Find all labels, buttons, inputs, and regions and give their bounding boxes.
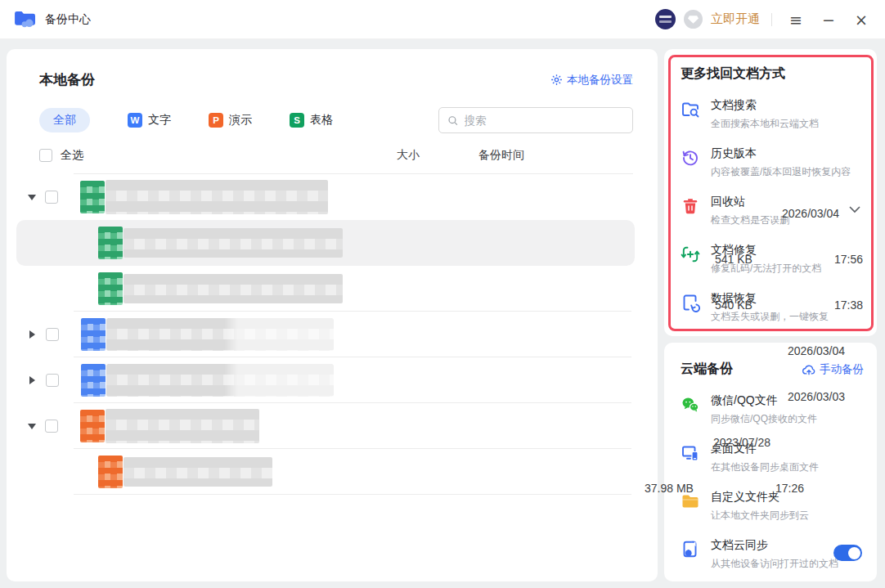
history-clock-icon <box>681 148 700 168</box>
file-name-redacted <box>106 318 334 351</box>
table-row[interactable]: 2026/03/03 <box>25 357 633 403</box>
file-icon <box>81 318 106 351</box>
annotation-highlight-box <box>668 55 874 331</box>
file-icon <box>81 364 106 397</box>
column-size: 大小 <box>397 148 420 163</box>
table-row[interactable]: 540 KB 17:38 <box>25 266 633 312</box>
chevron-down-icon[interactable] <box>849 203 860 216</box>
sidebar-item-doc-cloud-sync[interactable]: 文档云同步 从其他设备访问打开过的文档 <box>681 538 864 571</box>
expand-icon[interactable] <box>29 376 35 384</box>
tab-word[interactable]: W 文字 <box>128 113 171 128</box>
item-desc: 同步微信/QQ接收的文件 <box>711 412 817 426</box>
file-name-redacted <box>124 228 343 258</box>
item-desc: 让本地文件夹同步到云 <box>711 509 809 523</box>
item-desc: 文档丢失或误删，一键恢复 <box>711 310 829 324</box>
backup-time: 17:56 <box>834 253 863 266</box>
table-row[interactable]: 2023/07/28 <box>25 403 633 449</box>
item-label: 历史版本 <box>711 146 851 161</box>
search-box[interactable] <box>438 107 633 133</box>
item-desc: 检查文档是否误删 <box>711 213 789 227</box>
backup-date: 2026/03/04 <box>788 344 845 357</box>
file-icon <box>98 227 123 259</box>
column-time: 备份时间 <box>478 148 524 163</box>
tab-spreadsheet[interactable]: S 表格 <box>290 113 333 128</box>
ppt-icon: P <box>209 113 223 128</box>
avatar[interactable] <box>655 9 676 29</box>
titlebar: 备份中心 立即开通 ≡ − × <box>0 0 885 39</box>
folder-search-icon <box>681 100 700 119</box>
item-label: 回收站 <box>711 195 789 209</box>
local-backup-panel: 本地备份 本地备份设置 全部 W 文字 P 演示 <box>7 49 658 581</box>
manual-backup-label: 手动备份 <box>820 362 864 377</box>
trash-icon <box>681 196 700 216</box>
table-row[interactable]: 2026/03/04 <box>25 174 633 220</box>
select-all-checkbox[interactable] <box>39 149 52 162</box>
file-icon <box>80 410 105 442</box>
expand-icon[interactable] <box>29 330 35 339</box>
tab-label: 演示 <box>229 113 252 128</box>
cloud-panel-title: 云端备份 <box>681 361 733 378</box>
item-desc: 在其他设备同步桌面文件 <box>711 460 819 474</box>
table-row[interactable]: 541 KB 17:56 <box>25 220 633 266</box>
sidebar-item-custom-folder[interactable]: 自定义文件夹 让本地文件夹同步到云 <box>681 490 864 523</box>
backup-date: 2026/03/03 <box>788 390 845 403</box>
table-row[interactable]: 37.98 MB 17:26 <box>25 449 633 495</box>
membership-icon[interactable] <box>684 10 703 29</box>
manual-backup-link[interactable]: 手动备份 <box>802 362 864 377</box>
sheet-icon: S <box>290 113 304 128</box>
item-desc: 从其他设备访问打开过的文档 <box>711 557 838 571</box>
backup-time: 17:38 <box>834 298 863 312</box>
upgrade-link[interactable]: 立即开通 <box>711 11 760 27</box>
app-logo-icon <box>15 10 37 29</box>
row-checkbox[interactable] <box>46 328 59 341</box>
file-icon <box>80 181 105 213</box>
minimize-icon[interactable]: − <box>816 7 841 32</box>
page-title: 本地备份 <box>39 70 95 89</box>
row-checkbox[interactable] <box>45 420 58 433</box>
row-checkbox[interactable] <box>46 374 59 387</box>
divider <box>771 13 772 26</box>
data-recovery-icon <box>681 293 700 312</box>
backup-time: 17:26 <box>775 482 804 495</box>
sidebar-item-doc-search[interactable]: 文档搜索 全面搜索本地和云端文档 <box>681 98 864 131</box>
item-desc: 全面搜索本地和云端文档 <box>711 117 819 131</box>
backup-date: 2023/07/28 <box>713 436 770 449</box>
menu-icon[interactable]: ≡ <box>784 7 808 32</box>
tab-all[interactable]: 全部 <box>39 108 90 132</box>
table-header: 全选 大小 备份时间 <box>25 137 633 174</box>
cloud-backup-panel: 云端备份 手动备份 <box>664 343 877 581</box>
file-name-redacted <box>106 364 334 397</box>
file-name-redacted <box>106 180 328 214</box>
file-name-redacted <box>106 409 259 443</box>
search-input[interactable] <box>465 114 624 127</box>
file-icon <box>98 272 123 305</box>
file-icon <box>98 456 123 488</box>
row-checkbox[interactable] <box>45 191 58 204</box>
cloud-upload-icon <box>802 364 815 375</box>
item-desc: 内容被覆盖/版本回退时恢复内容 <box>711 165 851 179</box>
file-size: 540 KB <box>715 298 752 312</box>
backup-date: 2026/03/04 <box>782 207 839 220</box>
wechat-icon <box>681 395 700 415</box>
table-row[interactable]: 2026/03/04 <box>25 312 633 357</box>
sidebar-item-history-version[interactable]: 历史版本 内容被覆盖/版本回退时恢复内容 <box>681 146 864 179</box>
file-size: 37.98 MB <box>645 482 694 495</box>
file-size: 541 KB <box>715 253 752 266</box>
recover-methods-panel: 更多找回文档方式 文档搜索 全面搜索本地和云端文档 <box>664 49 877 336</box>
tab-presentation[interactable]: P 演示 <box>209 113 252 128</box>
collapse-icon[interactable] <box>28 424 36 429</box>
sync-toggle[interactable] <box>833 545 862 561</box>
search-icon <box>447 114 459 127</box>
item-label: 文档搜索 <box>711 98 819 113</box>
app-title: 备份中心 <box>45 12 91 27</box>
collapse-icon[interactable] <box>28 195 36 200</box>
doc-cloud-icon <box>681 540 700 559</box>
close-icon[interactable]: × <box>849 7 874 32</box>
file-name-redacted <box>124 457 272 487</box>
sidebar-item-desktop-files[interactable]: 桌面文件 在其他设备同步桌面文件 <box>681 442 864 474</box>
select-all-label: 全选 <box>61 148 83 163</box>
local-backup-settings-link[interactable]: 本地备份设置 <box>550 73 633 88</box>
tab-label: 文字 <box>148 113 171 128</box>
settings-label: 本地备份设置 <box>567 73 633 88</box>
repair-icon <box>681 245 700 264</box>
